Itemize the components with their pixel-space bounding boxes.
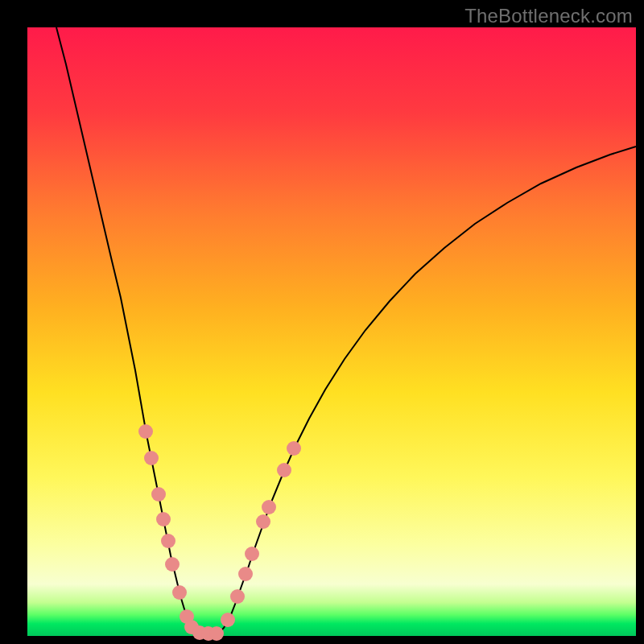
outer-frame: TheBottleneck.com (0, 0, 644, 644)
marker-dot (221, 613, 235, 627)
marker-dot (256, 514, 270, 529)
watermark-text: TheBottleneck.com (464, 5, 633, 27)
marker-dot (144, 451, 159, 465)
chart-canvas (0, 0, 644, 644)
marker-dot (277, 463, 291, 477)
marker-dot (230, 589, 245, 604)
marker-dot (262, 500, 276, 514)
marker-dot (172, 585, 187, 600)
plot-background (27, 27, 636, 636)
marker-dot (287, 441, 301, 456)
marker-dot (209, 626, 224, 641)
marker-dot (245, 547, 259, 561)
marker-dot (138, 424, 153, 439)
marker-dot (161, 534, 175, 548)
marker-dot (151, 487, 166, 502)
marker-dot (156, 512, 171, 526)
marker-dot (238, 567, 253, 581)
marker-dot (165, 557, 180, 572)
